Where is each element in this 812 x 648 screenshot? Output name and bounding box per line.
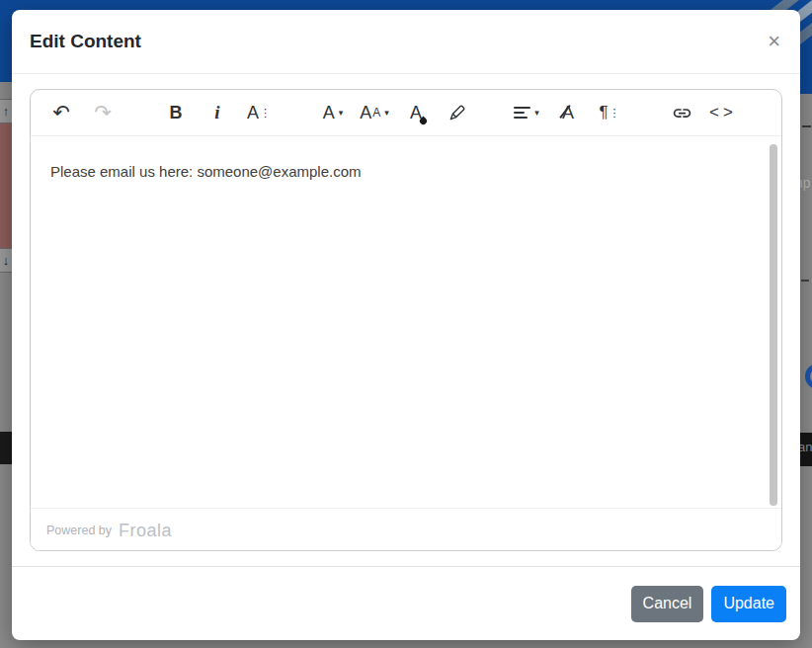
bold-icon: B xyxy=(170,103,183,123)
background-left-edge: ↑ ↓ xyxy=(0,82,12,648)
redo-button[interactable]: ↷ xyxy=(84,93,122,132)
link-icon xyxy=(672,103,692,123)
scroll-up-icon: ↑ xyxy=(0,99,12,123)
align-button[interactable]: ▾ xyxy=(508,93,545,132)
background-dark-bar xyxy=(0,432,12,464)
dialog-footer: Cancel Update xyxy=(12,566,800,640)
editor-content-text[interactable]: Please email us here: someone@example.co… xyxy=(31,136,781,182)
paragraph-icon: ¶ xyxy=(599,103,608,122)
editor-scrollbar-thumb[interactable] xyxy=(770,144,777,506)
scroll-down-icon: ↓ xyxy=(0,248,12,273)
ellipsis-icon: ⋮ xyxy=(260,107,271,120)
editor-toolbar: ↶ ↷ B i A ⋮ A ▾ A A ▾ xyxy=(31,90,781,136)
background-text-fragment xyxy=(801,280,809,282)
align-left-icon xyxy=(514,107,530,119)
more-text-icon: A xyxy=(247,103,259,123)
background-circle-graphic xyxy=(805,364,812,389)
code-view-button[interactable]: <> xyxy=(704,93,742,132)
text-color-button[interactable]: A xyxy=(397,93,435,132)
undo-button[interactable]: ↶ xyxy=(42,93,80,132)
dialog-header: Edit Content × xyxy=(12,10,800,74)
paragraph-style-button[interactable]: ¶ ⋮ xyxy=(591,93,628,132)
editor-content-area[interactable]: Please email us here: someone@example.co… xyxy=(31,136,781,508)
update-button[interactable]: Update xyxy=(711,586,786,622)
froala-logo[interactable]: Froala xyxy=(119,521,172,541)
edit-content-dialog: Edit Content × ↶ ↷ B i A ⋮ A ▾ xyxy=(12,10,800,640)
close-icon[interactable]: × xyxy=(764,27,784,56)
dialog-title: Edit Content xyxy=(30,31,141,52)
redo-icon: ↷ xyxy=(94,101,112,124)
code-icon: <> xyxy=(709,103,737,122)
italic-icon: i xyxy=(214,102,219,123)
font-size-icon: A xyxy=(360,103,371,123)
font-size-small-icon: A xyxy=(372,106,380,120)
chevron-down-icon: ▾ xyxy=(339,108,344,118)
insert-link-button[interactable] xyxy=(663,93,700,132)
background-right-edge: np an xyxy=(800,94,812,648)
italic-button[interactable]: i xyxy=(199,93,236,132)
background-text-fragment: an xyxy=(800,440,812,454)
editor-footer: Powered by Froala xyxy=(31,508,781,551)
ellipsis-icon: ⋮ xyxy=(609,107,620,120)
cancel-button[interactable]: Cancel xyxy=(631,586,704,622)
background-text-fragment xyxy=(802,125,811,127)
highlighter-icon xyxy=(447,103,467,122)
chevron-down-icon: ▾ xyxy=(384,108,389,118)
chevron-down-icon: ▾ xyxy=(534,108,539,118)
font-family-icon: A xyxy=(323,103,335,123)
rich-text-editor: ↶ ↷ B i A ⋮ A ▾ A A ▾ xyxy=(30,89,782,551)
background-text-fragment: np xyxy=(800,175,811,191)
font-size-button[interactable]: A A ▾ xyxy=(356,93,393,132)
undo-icon: ↶ xyxy=(52,101,70,124)
bold-button[interactable]: B xyxy=(157,93,195,132)
highlight-button[interactable] xyxy=(439,93,476,132)
powered-by-label: Powered by xyxy=(46,524,112,537)
color-drop-icon xyxy=(419,117,429,126)
font-family-button[interactable]: A ▾ xyxy=(314,93,352,132)
more-text-button[interactable]: A ⋮ xyxy=(240,93,278,132)
clear-formatting-button[interactable]: A xyxy=(549,93,587,132)
background-scrollbar-thumb xyxy=(0,123,12,248)
